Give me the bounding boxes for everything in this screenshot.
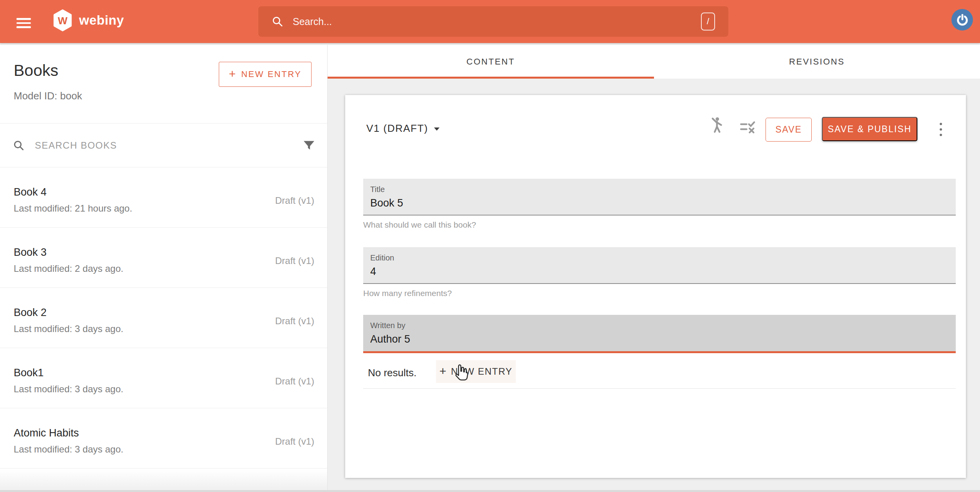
entries-search-input[interactable] bbox=[34, 140, 304, 151]
entry-status-badge: Draft (v1) bbox=[275, 195, 314, 206]
window-bottom-edge bbox=[0, 490, 980, 492]
entry-form: Title Book 5 What should we call this bo… bbox=[363, 95, 956, 478]
field-group-edition: Edition 4 How many refinements? bbox=[363, 247, 956, 298]
entry-status-badge: Draft (v1) bbox=[275, 255, 314, 266]
reference-new-entry-label: NEW ENTRY bbox=[451, 366, 512, 377]
title-field-helper: What should we call this book? bbox=[363, 220, 956, 230]
search-shortcut-key: / bbox=[701, 13, 715, 31]
plus-icon: + bbox=[440, 365, 447, 378]
edition-field[interactable]: Edition 4 bbox=[363, 247, 956, 284]
svg-text:W: W bbox=[58, 15, 68, 27]
model-id-label: Model ID: book bbox=[14, 90, 82, 102]
list-item-book-1[interactable]: Book1 Last modified: 3 days ago. Draft (… bbox=[0, 348, 327, 408]
edition-field-value: 4 bbox=[370, 266, 376, 278]
edition-field-label: Edition bbox=[370, 253, 394, 262]
search-icon bbox=[272, 16, 283, 27]
edition-field-helper: How many refinements? bbox=[363, 289, 956, 298]
active-tab-indicator bbox=[328, 77, 654, 79]
entry-modified: Last modified: 3 days ago. bbox=[14, 323, 123, 334]
search-icon bbox=[13, 140, 25, 151]
list-item-book-2[interactable]: Book 2 Last modified: 3 days ago. Draft … bbox=[0, 288, 327, 348]
app-header: W webiny / bbox=[0, 0, 980, 43]
plus-icon: + bbox=[229, 67, 236, 81]
list-item-book-4[interactable]: Book 4 Last modified: 21 hours ago. Draf… bbox=[0, 167, 327, 228]
entry-modified: Last modified: 3 days ago. bbox=[14, 384, 123, 395]
entry-status-badge: Draft (v1) bbox=[275, 316, 314, 327]
reference-empty-text: No results. bbox=[368, 367, 416, 379]
editor-panel: CONTENT REVISIONS V1 (DRAFT) SAVE SAVE &… bbox=[328, 45, 980, 492]
title-field-value: Book 5 bbox=[370, 197, 403, 209]
written-by-field-value: Author 5 bbox=[370, 333, 410, 345]
entry-title: Book 4 bbox=[14, 186, 47, 198]
title-field[interactable]: Title Book 5 bbox=[363, 179, 956, 215]
field-group-written-by: Written by Author 5 bbox=[363, 315, 956, 353]
title-field-label: Title bbox=[370, 185, 385, 194]
list-item-atomic-habits[interactable]: Atomic Habits Last modified: 3 days ago.… bbox=[0, 408, 327, 469]
entry-title: Book 2 bbox=[14, 307, 47, 319]
user-avatar[interactable] bbox=[951, 9, 973, 31]
entry-modified: Last modified: 21 hours ago. bbox=[14, 203, 132, 214]
sidebar-footer bbox=[0, 470, 327, 492]
field-group-title: Title Book 5 What should we call this bo… bbox=[363, 179, 956, 230]
written-by-field-label: Written by bbox=[370, 321, 405, 330]
hamburger-menu-icon[interactable] bbox=[16, 18, 31, 28]
entries-sidebar: Books Model ID: book + NEW ENTRY Book 4 … bbox=[0, 45, 328, 492]
entry-status-badge: Draft (v1) bbox=[275, 376, 314, 387]
reference-divider bbox=[363, 388, 956, 389]
entry-title: Book 3 bbox=[14, 246, 47, 259]
written-by-field[interactable]: Written by Author 5 bbox=[363, 315, 956, 353]
global-search-input[interactable] bbox=[292, 16, 701, 28]
list-item-book-3[interactable]: Book 3 Last modified: 2 days ago. Draft … bbox=[0, 228, 327, 288]
entries-list: Book 4 Last modified: 21 hours ago. Draf… bbox=[0, 167, 327, 469]
page-title: Books bbox=[14, 61, 58, 80]
entry-status-badge: Draft (v1) bbox=[275, 436, 314, 447]
filter-icon[interactable] bbox=[304, 141, 314, 150]
entry-title: Book1 bbox=[14, 367, 44, 379]
new-entry-button[interactable]: + NEW ENTRY bbox=[219, 62, 312, 87]
tab-content[interactable]: CONTENT bbox=[328, 45, 654, 79]
gravatar-power-icon bbox=[956, 13, 969, 27]
webiny-hexagon-icon: W bbox=[52, 9, 73, 31]
entries-search-row bbox=[0, 123, 327, 167]
reference-new-entry-button[interactable]: + NEW ENTRY bbox=[436, 360, 516, 383]
new-entry-button-label: NEW ENTRY bbox=[241, 69, 301, 79]
entry-title: Atomic Habits bbox=[14, 427, 79, 439]
webiny-logo[interactable]: W webiny bbox=[52, 9, 124, 31]
entry-modified: Last modified: 3 days ago. bbox=[14, 444, 123, 455]
entry-modified: Last modified: 2 days ago. bbox=[14, 263, 123, 274]
tab-revisions[interactable]: REVISIONS bbox=[654, 45, 980, 79]
brand-name: webiny bbox=[79, 13, 124, 28]
global-search-bar[interactable]: / bbox=[258, 6, 728, 37]
editor-tabbar: CONTENT REVISIONS bbox=[328, 45, 980, 79]
entry-editor-card: V1 (DRAFT) SAVE SAVE & PUBLISH Title Boo… bbox=[345, 95, 966, 478]
